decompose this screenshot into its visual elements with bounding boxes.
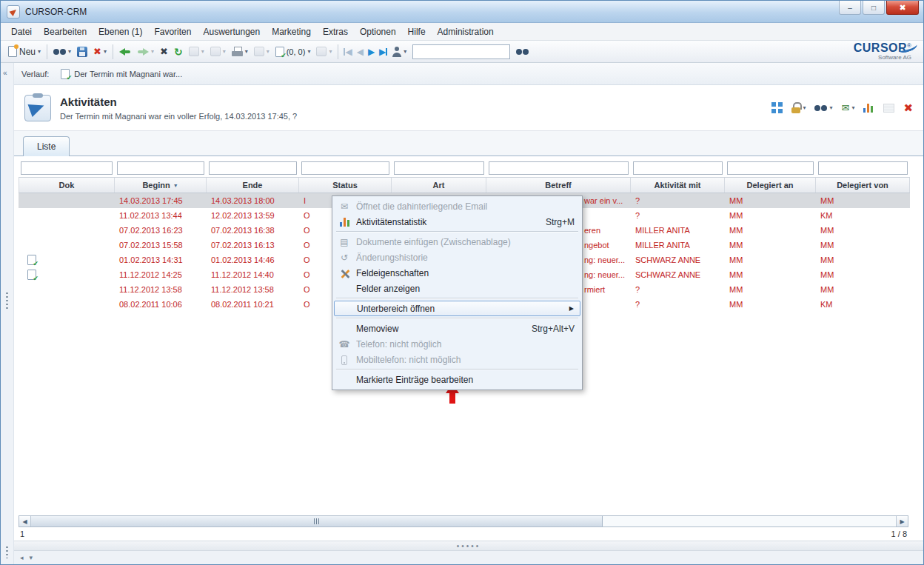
- search-button[interactable]: ▾: [50, 43, 74, 61]
- menu-ebenen[interactable]: Ebenen (1): [93, 24, 148, 39]
- column-header-dok[interactable]: Dok: [19, 178, 115, 193]
- tab-strip: Liste: [14, 131, 923, 156]
- context-menu: ✉ Öffnet die dahinterliegende Email Akti…: [332, 195, 583, 390]
- cell-ende: 07.02.2013 16:13: [207, 238, 299, 253]
- layout-grid-button[interactable]: [771, 102, 783, 113]
- chevron-down-icon: ▾: [38, 49, 41, 55]
- send-button: ▾: [251, 43, 272, 61]
- find-button[interactable]: [513, 43, 532, 61]
- rail-drag-handle-bottom[interactable]: [6, 546, 8, 558]
- chevron-down-icon: ▾: [404, 49, 406, 55]
- cell-ende: 11.12.2012 14:40: [207, 267, 299, 282]
- scroll-left-button[interactable]: ◀: [19, 516, 31, 526]
- history-bar: Verlauf: Der Termin mit Magnani war...: [14, 63, 923, 85]
- close-button[interactable]: ✖: [886, 1, 919, 15]
- back-button[interactable]: [116, 43, 134, 61]
- filter-input-aktivitaet-mit[interactable]: [633, 161, 723, 175]
- shortcut-label: Strg+Alt+V: [532, 324, 575, 334]
- scroll-right-button[interactable]: ▶: [896, 516, 908, 526]
- workflow-button: ▾: [186, 43, 207, 61]
- cell-delegiert-von: KM: [816, 208, 910, 223]
- filter-input-betreff[interactable]: [489, 161, 629, 175]
- delete-icon: ✖: [93, 47, 101, 56]
- column-header-ende[interactable]: Ende: [207, 178, 299, 193]
- cell-delegiert-an: MM: [725, 238, 816, 253]
- menu-datei[interactable]: Datei: [5, 24, 38, 39]
- cell-ende: 08.02.2011 10:21: [207, 297, 299, 312]
- context-item-felder-anzeigen[interactable]: Felder anzeigen: [334, 281, 580, 296]
- header-search-button[interactable]: ▾: [814, 104, 832, 113]
- filter-input-dok[interactable]: [21, 161, 113, 175]
- toolbar-separator: [113, 44, 113, 59]
- scrollbar-thumb[interactable]: [31, 516, 603, 526]
- context-item-markierte-eintraege[interactable]: Markierte Einträge bearbeiten: [334, 372, 580, 387]
- column-header-delegiert-an[interactable]: Delegiert an: [725, 178, 816, 193]
- binoculars-icon: [814, 104, 827, 113]
- horizontal-splitter[interactable]: •••••: [14, 541, 923, 551]
- minimize-button[interactable]: –: [839, 1, 861, 15]
- cell-delegiert-an: MM: [725, 253, 816, 267]
- menu-bearbeiten[interactable]: Bearbeiten: [38, 24, 93, 39]
- menu-favoriten[interactable]: Favoriten: [148, 24, 197, 39]
- workflow-icon: [189, 47, 199, 56]
- tab-liste[interactable]: Liste: [23, 136, 70, 156]
- column-header-aktivitaet-mit[interactable]: Aktivität mit: [631, 178, 725, 193]
- menu-hilfe[interactable]: Hilfe: [402, 24, 432, 39]
- menu-auswertungen[interactable]: Auswertungen: [197, 24, 266, 39]
- cell-beginn: 07.02.2013 16:23: [115, 223, 207, 238]
- save-button[interactable]: [74, 43, 90, 61]
- close-record-button[interactable]: ✖: [157, 43, 171, 61]
- close-view-button[interactable]: ✖: [903, 102, 913, 113]
- context-item-aktivitaetenstatistik[interactable]: Aktivitätenstatistik Strg+M: [334, 214, 580, 230]
- context-item-telefon: ☎ Telefon: nicht möglich: [334, 336, 580, 352]
- delete-button[interactable]: ✖ ▾: [90, 43, 110, 61]
- window-controls: – □ ✖: [837, 1, 923, 22]
- cell-dok: [19, 208, 115, 223]
- rail-collapse-icon[interactable]: «: [3, 69, 7, 77]
- new-button[interactable]: Neu ▾: [5, 43, 44, 61]
- nav-last-button[interactable]: ▶: [377, 46, 389, 58]
- rail-drag-handle[interactable]: [6, 292, 8, 310]
- menu-optionen[interactable]: Optionen: [354, 24, 402, 39]
- column-header-betreff[interactable]: Betreff: [486, 178, 631, 193]
- column-header-art[interactable]: Art: [392, 178, 486, 193]
- print-button[interactable]: ▾: [229, 43, 251, 61]
- chevron-down-icon: ▾: [267, 49, 270, 55]
- cell-beginn: 07.02.2013 15:58: [115, 238, 207, 253]
- export-mail-button[interactable]: ✉▾: [842, 103, 855, 113]
- menu-marketing[interactable]: Marketing: [266, 24, 317, 39]
- filter-input-ende[interactable]: [209, 161, 297, 175]
- column-header-beginn[interactable]: Beginn▼: [115, 178, 207, 193]
- bottom-collapse-down-icon[interactable]: ▾: [30, 554, 33, 561]
- person-search-button[interactable]: ▾: [389, 43, 409, 61]
- statistics-button[interactable]: [863, 103, 874, 113]
- refresh-button[interactable]: ↻: [171, 43, 186, 61]
- document-check-icon: [275, 47, 284, 57]
- scrollbar-track[interactable]: [603, 516, 896, 526]
- lock-icon: [791, 102, 800, 113]
- menu-administration[interactable]: Administration: [432, 24, 500, 39]
- filter-input-delegiert-an[interactable]: [727, 161, 814, 175]
- nav-next-button[interactable]: ▶: [366, 46, 377, 58]
- filter-input-beginn[interactable]: [117, 161, 204, 175]
- context-item-unterbereich-oeffnen[interactable]: Unterbereich öffnen ▶: [334, 301, 580, 316]
- history-entry[interactable]: Der Termin mit Magnani war...: [56, 67, 187, 81]
- document-check-icon: [27, 255, 36, 265]
- selection-counter-button[interactable]: (0, 0) ▾: [272, 43, 314, 61]
- bottom-collapse-left-icon[interactable]: ◂: [20, 554, 24, 561]
- column-header-delegiert-von[interactable]: Delegiert von: [816, 178, 910, 193]
- context-item-memoview[interactable]: Memoview Strg+Alt+V: [334, 321, 580, 336]
- filter-input-delegiert-von[interactable]: [818, 161, 908, 175]
- filter-input-art[interactable]: [394, 161, 484, 175]
- cell-delegiert-an: MM: [725, 267, 816, 282]
- maximize-button[interactable]: □: [863, 1, 885, 15]
- cell-delegiert-an: MM: [725, 223, 816, 238]
- context-item-feldeigenschaften[interactable]: Feldeigenschaften: [334, 265, 580, 281]
- filter-input-status[interactable]: [301, 161, 389, 175]
- lock-button[interactable]: ▾: [791, 102, 806, 113]
- column-header-status[interactable]: Status: [299, 178, 392, 193]
- menu-extras[interactable]: Extras: [317, 24, 354, 39]
- quick-search-input[interactable]: [412, 44, 510, 59]
- cell-beginn: 11.02.2013 13:44: [115, 208, 207, 223]
- new-document-icon: [8, 46, 17, 57]
